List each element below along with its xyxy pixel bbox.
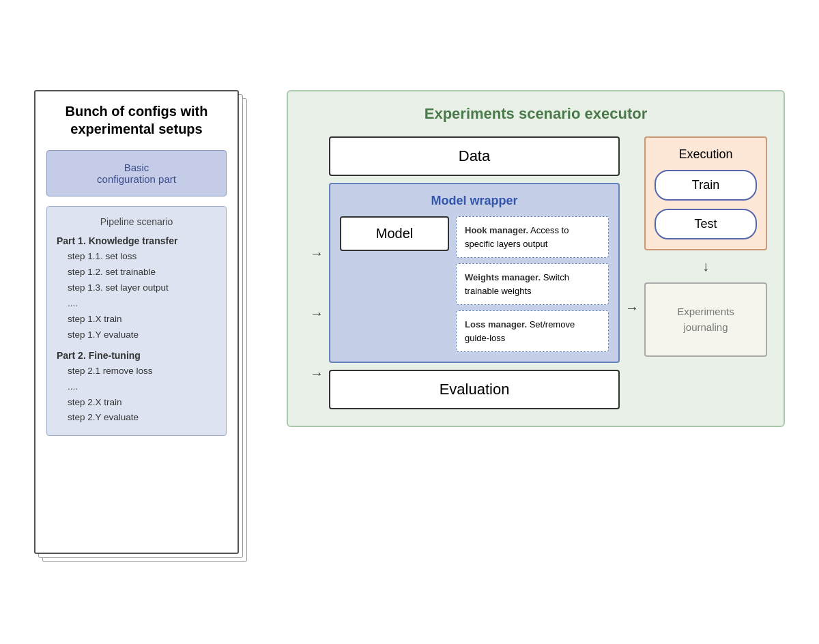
step-1-1: step 1.1. set loss (68, 249, 216, 265)
weights-manager-box: Weights manager. Switch trainable weight… (456, 263, 609, 305)
card-stack: Bunch of configs with experimental setup… (34, 90, 246, 554)
execution-title: Execution (678, 147, 732, 162)
main-container: Bunch of configs with experimental setup… (14, 70, 805, 574)
mid-right-arrow-col: → (620, 136, 644, 316)
data-box: Data (329, 136, 620, 176)
arrow-mid-right: → (625, 300, 639, 316)
right-section: Experiments scenario executor → → → Data… (287, 90, 785, 427)
journaling-line2: journaling (683, 321, 728, 333)
arrow-1: → (310, 246, 324, 261)
evaluation-box: Evaluation (329, 370, 620, 409)
down-arrow-icon: ↓ (702, 259, 709, 274)
part2-title: Part 2. Fine-tuning (57, 350, 216, 361)
step-1-y: step 1.Y evaluate (68, 327, 216, 343)
card-title: Bunch of configs with experimental setup… (46, 102, 227, 138)
model-wrapper-box: Model wrapper Model Hook manager. Access… (329, 183, 620, 363)
left-arrows-col: → → → (304, 136, 329, 381)
pipeline-title: Pipeline scenario (57, 216, 216, 227)
step-2-dots: .... (68, 379, 216, 395)
execution-col: Execution Train Test ↓ Experiments journ… (644, 136, 767, 357)
part1-title: Part 1. Knowledge transfer (57, 235, 216, 246)
step-2-x: step 2.X train (68, 395, 216, 411)
step-1-x: step 1.X train (68, 312, 216, 327)
loss-manager-title: Loss manager. (465, 319, 527, 330)
left-section: Bunch of configs with experimental setup… (34, 90, 266, 554)
card-front: Bunch of configs with experimental setup… (34, 90, 239, 554)
hook-manager-title: Hook manager. (465, 225, 528, 235)
loss-manager-box: Loss manager. Set/remove guide-loss (456, 310, 609, 352)
execution-box: Execution Train Test (644, 136, 767, 250)
model-box: Model (340, 216, 449, 251)
journaling-line1: Experiments (677, 306, 734, 317)
arrow-3: → (310, 366, 324, 381)
pipeline-box: Pipeline scenario Part 1. Knowledge tran… (46, 206, 227, 436)
hook-manager-box: Hook manager. Access to specific layers … (456, 216, 609, 258)
test-button[interactable]: Test (655, 209, 757, 239)
arrow-2: → (310, 306, 324, 321)
step-2-1: step 2.1 remove loss (68, 364, 216, 379)
journaling-box: Experiments journaling (644, 282, 767, 357)
basic-config-box: Basic configuration part (46, 150, 227, 196)
weights-manager-title: Weights manager. (465, 272, 541, 282)
middle-col: Data Model wrapper Model Hook manager. A… (329, 136, 620, 409)
executor-title: Experiments scenario executor (304, 105, 767, 123)
down-arrow-container: ↓ (644, 259, 767, 274)
step-2-y: step 2.Y evaluate (68, 410, 216, 426)
model-wrapper-title: Model wrapper (340, 194, 609, 208)
managers-col: Hook manager. Access to specific layers … (456, 216, 609, 352)
step-1-dots: .... (68, 296, 216, 312)
step-1-3: step 1.3. set layer output (68, 280, 216, 296)
train-button[interactable]: Train (655, 170, 757, 201)
step-1-2: step 1.2. set trainable (68, 265, 216, 280)
